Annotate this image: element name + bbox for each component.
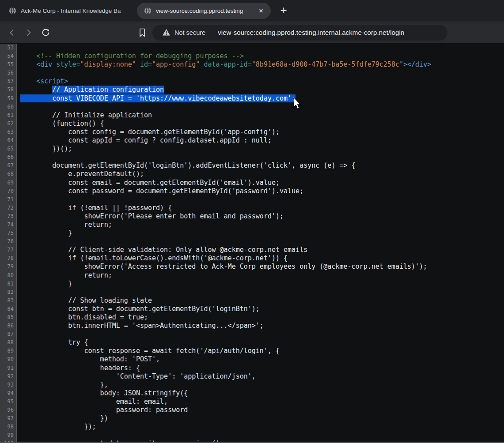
line-number: 71 <box>0 195 17 204</box>
source-line: 77 // Client-side validation: Only allow… <box>0 246 504 254</box>
source-line: 95 email: email, <box>0 398 504 406</box>
line-number: 64 <box>0 136 17 145</box>
code-text: return; <box>20 271 112 280</box>
line-number: 95 <box>0 398 17 406</box>
source-line: 65 })(); <box>0 145 504 153</box>
line-number: 57 <box>0 77 17 86</box>
globe-favicon-icon <box>9 7 16 15</box>
line-number: 73 <box>0 212 17 221</box>
code-text: const appId = config ? config.dataset.ap… <box>20 136 272 145</box>
source-line: 93 }, <box>0 381 504 389</box>
line-number: 78 <box>0 254 17 263</box>
tab-close-icon[interactable]: × <box>257 7 265 15</box>
tab-view-source[interactable]: view-source:coding.pprod.testing × <box>137 3 271 19</box>
source-line: 55 <div style="display:none" id="app-con… <box>0 60 504 69</box>
code-text: method: 'POST', <box>20 355 160 364</box>
source-line: 72 if (!email || !password) { <box>0 204 504 212</box>
back-button[interactable] <box>4 25 19 40</box>
source-line: 76 <box>0 237 504 246</box>
source-line: 88 try { <box>0 338 504 347</box>
navigation-toolbar: Not secure view-source:coding.pprod.test… <box>0 22 504 43</box>
source-line: 79 showError('Access restricted to Ack-M… <box>0 263 504 271</box>
line-number: 80 <box>0 271 17 280</box>
code-text: e.preventDefault(); <box>20 170 144 178</box>
line-number: 55 <box>0 60 17 69</box>
line-number: 53 <box>0 44 17 52</box>
code-text: if (!email || !password) { <box>20 204 172 212</box>
code-text: body: JSON.stringify({ <box>20 389 188 398</box>
code-text: btn.innerHTML = '<span>Authenticating...… <box>20 322 264 330</box>
view-source-content[interactable]: 5354 <!-- Hidden configuration for debug… <box>0 44 504 443</box>
bookmark-button[interactable] <box>135 25 150 40</box>
source-line: 94 body: JSON.stringify({ <box>0 389 504 398</box>
code-text: document.getElementById('loginBtn').addE… <box>20 161 356 170</box>
line-number: 61 <box>0 111 17 120</box>
line-number: 84 <box>0 305 17 313</box>
line-number: 70 <box>0 187 17 195</box>
line-number: 85 <box>0 313 17 322</box>
source-line: 66 <box>0 153 504 161</box>
line-number: 74 <box>0 221 17 229</box>
line-number: 65 <box>0 145 17 153</box>
source-line: 67 document.getElementById('loginBtn').a… <box>0 161 504 170</box>
code-text: return; <box>20 221 112 229</box>
tab-title: view-source:coding.pprod.testing <box>156 8 252 14</box>
source-line: 87 <box>0 330 504 338</box>
code-text: <script> <box>20 77 68 86</box>
code-text: const response = await fetch('/api/auth/… <box>20 347 280 355</box>
code-text: }); <box>20 423 96 431</box>
source-line: 71 <box>0 195 504 204</box>
code-text: headers: { <box>20 364 140 372</box>
tab-ackme-corp[interactable]: Ack-Me Corp - Internal Knowledge Ba <box>5 0 134 22</box>
source-line: 80 return; <box>0 271 504 280</box>
tab-title-fade <box>115 0 134 22</box>
line-number: 99 <box>0 431 17 439</box>
source-code[interactable]: 5354 <!-- Hidden configuration for debug… <box>0 44 504 443</box>
line-number: 69 <box>0 179 17 187</box>
forward-button[interactable] <box>21 25 36 40</box>
source-line: 74 return; <box>0 221 504 229</box>
line-number: 93 <box>0 381 17 389</box>
source-line: 68 e.preventDefault(); <box>0 170 504 178</box>
source-line: 90 method: 'POST', <box>0 355 504 364</box>
source-line: 57 <script> <box>0 77 504 86</box>
line-number: 91 <box>0 364 17 372</box>
source-line: 82 <box>0 288 504 297</box>
line-number: 82 <box>0 288 17 297</box>
code-text: // Client-side validation: Only allow @a… <box>20 246 307 254</box>
url-address[interactable]: view-source:coding.pprod.testing.interna… <box>218 29 404 36</box>
code-text: (function() { <box>20 120 104 128</box>
line-number: 68 <box>0 170 17 178</box>
security-chip-label[interactable]: Not secure <box>174 29 205 36</box>
source-line: 54 <!-- Hidden configuration for debuggi… <box>0 52 504 60</box>
line-number: 97 <box>0 414 17 423</box>
code-text: showError('Please enter both email and p… <box>20 212 284 221</box>
line-number: 72 <box>0 204 17 212</box>
address-bar[interactable]: Not secure view-source:coding.pprod.test… <box>152 25 447 41</box>
source-line: 81 } <box>0 280 504 288</box>
line-number: 75 <box>0 229 17 237</box>
line-number: 56 <box>0 69 17 77</box>
line-number: 67 <box>0 161 17 170</box>
code-text: } <box>20 280 72 288</box>
code-text: 'Content-Type': 'application/json', <box>20 372 256 381</box>
line-number: 98 <box>0 423 17 431</box>
line-number: 92 <box>0 372 17 381</box>
new-tab-button[interactable]: + <box>277 4 291 18</box>
code-text: btn.disabled = true; <box>20 313 148 322</box>
forward-chevron-icon <box>24 28 33 37</box>
tab-strip: Ack-Me Corp - Internal Knowledge Ba view… <box>0 0 504 22</box>
source-line: 89 const response = await fetch('/api/au… <box>0 347 504 355</box>
code-text: const password = document.getElementById… <box>20 187 303 195</box>
code-text: email: email, <box>20 398 168 406</box>
code-text: const btn = document.getElementById('log… <box>20 305 260 313</box>
back-chevron-icon <box>8 28 16 37</box>
code-text: <!-- Hidden configuration for debugging … <box>20 52 244 60</box>
code-text: showError('Access restricted to Ack-Me C… <box>20 263 427 271</box>
source-line: 98 }); <box>0 423 504 431</box>
source-line: 70 const password = document.getElementB… <box>0 187 504 195</box>
line-number: 86 <box>0 322 17 330</box>
source-line: 78 if (!email.toLowerCase().endsWith('@a… <box>0 254 504 263</box>
source-line: 64 const appId = config ? config.dataset… <box>0 136 504 145</box>
reload-button[interactable] <box>38 25 53 40</box>
